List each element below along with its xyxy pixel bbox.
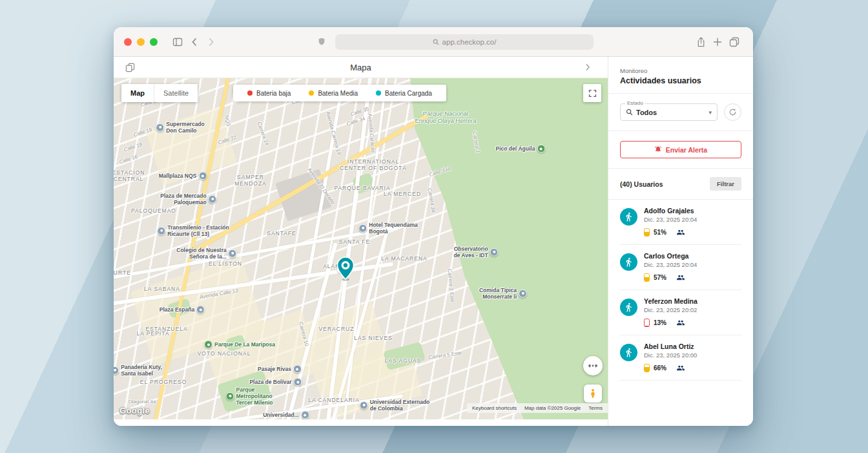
map-label: SANTAFE <box>267 230 296 237</box>
user-row[interactable]: Carlos Ortega Dic. 23, 2025 20:04 57% <box>620 245 741 290</box>
sidebar-toggle-icon[interactable] <box>169 34 186 50</box>
user-info: Carlos Ortega Dic. 23, 2025 20:04 57% <box>644 252 697 282</box>
map-label-text: Panadería Kuty, Santa Isabel <box>121 364 162 377</box>
window-bottom-strip <box>114 419 608 426</box>
battery-icon <box>644 319 650 327</box>
map-type-map-button[interactable]: Map <box>121 84 154 102</box>
map-data-text: Map data ©2025 Google <box>524 405 581 411</box>
user-row[interactable]: Adolfo Grajales Dic. 23, 2025 20:04 51% <box>620 200 741 245</box>
page-header: Mapa <box>114 57 608 78</box>
user-date: Dic. 23, 2025 20:04 <box>644 261 697 268</box>
users-group-icon[interactable] <box>676 319 685 327</box>
desktop-background: app.checkop.co/ Mapa <box>0 0 868 453</box>
user-avatar <box>620 253 637 271</box>
estado-select[interactable]: Estado Todos ▾ <box>620 103 718 121</box>
user-info: Abel Luna Ortiz Dic. 23, 2025 20:00 66% <box>644 342 697 372</box>
user-avatar <box>620 208 637 226</box>
estado-filter-row: Estado Todos ▾ <box>608 94 753 131</box>
users-group-icon[interactable] <box>676 228 685 237</box>
battery-percent: 51% <box>654 229 666 236</box>
monitoring-sidebar: Monitoreo Actividades usuarios Estado To… <box>608 57 753 426</box>
map-label-text: SAMPER MENDOZA <box>234 174 267 187</box>
page-title: Mapa <box>114 63 608 72</box>
send-alert-label: Enviar Alerta <box>666 146 707 154</box>
map-canvas[interactable]: Calle 23Calle 19Calle 18Calle 16NQSCalle… <box>114 78 608 419</box>
map-label: Plaza de Mercado Paloquemao <box>160 193 216 205</box>
user-date: Dic. 23, 2025 20:00 <box>644 352 697 359</box>
user-meta: 66% <box>644 364 697 372</box>
map-road <box>114 222 415 279</box>
pegman-icon[interactable] <box>584 385 602 403</box>
battery-percent: 66% <box>654 364 666 372</box>
map-label: Carrera 3 Este <box>446 269 455 303</box>
map-label-text: Diagonal 4a <box>129 399 156 405</box>
terms-link[interactable]: Terms <box>588 405 603 411</box>
poi-icon <box>157 227 165 235</box>
alert-bell-icon <box>654 145 662 154</box>
battery-icon <box>644 364 650 372</box>
user-date: Dic. 23, 2025 20:04 <box>644 216 697 223</box>
close-window-button[interactable] <box>124 38 132 46</box>
share-icon[interactable] <box>692 34 709 50</box>
sidebar-title: Actividades usuarios <box>620 76 741 85</box>
map-label-text: Calle 18 <box>123 142 143 153</box>
minimize-window-button[interactable] <box>137 38 145 46</box>
poi-icon <box>114 366 119 375</box>
keyboard-shortcuts-link[interactable]: Keyboard shortcuts <box>472 405 517 411</box>
user-meta: 13% <box>644 319 698 327</box>
battery-icon <box>644 228 650 237</box>
map-type-satellite-button[interactable]: Satellite <box>154 84 198 102</box>
battery-legend: Bateria bajaBateria MediaBateria Cargada <box>233 85 446 101</box>
filter-button[interactable]: Filtrar <box>710 177 741 191</box>
browser-window: app.checkop.co/ Mapa <box>114 27 753 426</box>
privacy-shield-icon[interactable] <box>313 34 330 50</box>
legend-dot-icon <box>247 90 253 96</box>
user-info: Yeferzon Medina Dic. 23, 2025 20:02 13% <box>644 297 698 327</box>
map-label: Calle 18 <box>123 142 143 153</box>
map-label-text: SANTAFE <box>267 230 296 237</box>
map-label-text: LA MACARENA <box>381 255 427 262</box>
pan-control-icon[interactable] <box>583 356 603 375</box>
back-button[interactable] <box>186 34 203 50</box>
battery-percent: 13% <box>654 319 666 326</box>
legend-dot-icon <box>376 90 381 96</box>
zoom-window-button[interactable] <box>150 38 158 46</box>
refresh-button[interactable] <box>724 103 741 121</box>
alert-row: Enviar Alerta <box>608 131 753 169</box>
browser-toolbar: app.checkop.co/ <box>114 27 753 57</box>
map-label: Carrera 3a <box>426 187 437 213</box>
tab-overview-icon[interactable] <box>726 34 743 50</box>
map-attribution: Keyboard shortcuts Map data ©2025 Google… <box>467 403 608 413</box>
url-bar[interactable]: app.checkop.co/ <box>335 34 594 50</box>
user-meta: 51% <box>644 228 697 237</box>
search-icon <box>433 39 439 45</box>
sidebar-kicker: Monitoreo <box>620 67 741 74</box>
user-list: Adolfo Grajales Dic. 23, 2025 20:04 51% … <box>608 200 753 426</box>
user-location-pin[interactable] <box>336 257 355 284</box>
walking-person-icon <box>624 302 634 312</box>
user-name: Adolfo Grajales <box>644 207 697 215</box>
window-controls <box>124 38 158 46</box>
user-row[interactable]: Abel Luna Ortiz Dic. 23, 2025 20:00 66% <box>620 335 741 381</box>
user-date: Dic. 23, 2025 20:02 <box>644 306 698 313</box>
forward-button[interactable] <box>203 34 220 50</box>
fullscreen-icon[interactable] <box>583 84 601 102</box>
sidebar-header: Monitoreo Actividades usuarios <box>608 57 753 94</box>
estado-label: Estado <box>625 100 645 106</box>
map-label: LA MACARENA <box>381 255 427 262</box>
estado-value: Todos <box>636 109 705 116</box>
google-logo: Google <box>119 406 150 416</box>
new-tab-icon[interactable] <box>709 34 726 50</box>
map-label: SAMPER MENDOZA <box>234 174 267 187</box>
users-count: (40) Usuarios <box>620 180 663 188</box>
user-row[interactable]: Yeferzon Medina Dic. 23, 2025 20:02 13% <box>620 290 741 335</box>
user-name: Abel Luna Ortiz <box>644 342 697 350</box>
user-meta: 57% <box>644 273 697 282</box>
legend-item: Bateria Cargada <box>376 90 432 97</box>
walking-person-icon <box>624 212 634 222</box>
send-alert-button[interactable]: Enviar Alerta <box>620 141 741 158</box>
users-group-icon[interactable] <box>676 273 685 282</box>
map-column: Mapa <box>114 57 608 426</box>
user-info: Adolfo Grajales Dic. 23, 2025 20:04 51% <box>644 207 697 237</box>
users-group-icon[interactable] <box>676 364 685 372</box>
